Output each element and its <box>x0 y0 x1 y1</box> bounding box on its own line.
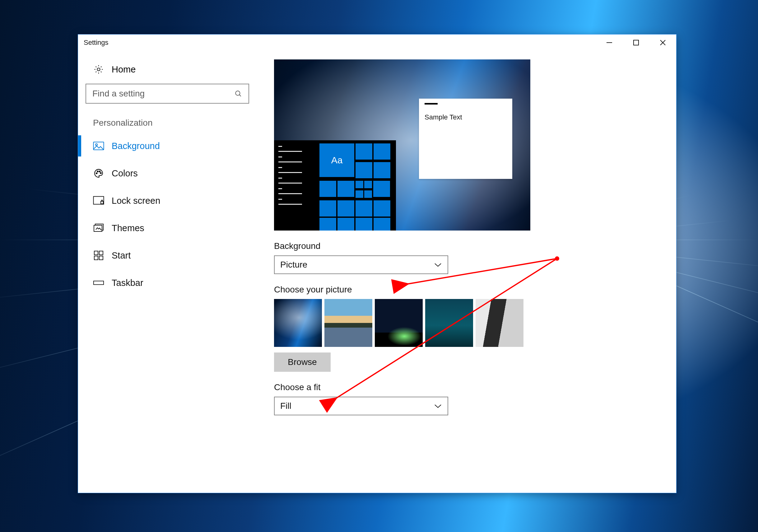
settings-window: Settings Home Find a setting <box>78 34 676 493</box>
chevron-down-icon <box>434 404 442 408</box>
sidebar-item-background[interactable]: Background <box>86 132 264 160</box>
maximize-icon <box>633 40 639 46</box>
taskbar-icon <box>93 277 104 288</box>
svg-rect-17 <box>99 251 103 255</box>
maximize-button[interactable] <box>623 35 649 51</box>
chevron-down-icon <box>434 262 442 267</box>
preview-sample-text: Sample Text <box>425 113 507 121</box>
minimize-icon <box>606 39 613 46</box>
svg-point-11 <box>99 171 100 172</box>
close-button[interactable] <box>649 35 676 51</box>
sidebar-item-label: Themes <box>112 223 144 233</box>
svg-rect-19 <box>99 256 103 260</box>
picture-thumb-5[interactable] <box>476 299 524 347</box>
svg-point-8 <box>95 144 97 146</box>
picture-thumbnails <box>274 299 658 347</box>
svg-rect-14 <box>101 201 103 204</box>
svg-point-10 <box>97 171 98 172</box>
preview-sample-window: Sample Text <box>419 99 512 179</box>
fit-label: Choose a fit <box>274 382 658 392</box>
picture-thumb-4[interactable] <box>425 299 473 347</box>
svg-rect-1 <box>634 40 638 45</box>
svg-point-21 <box>555 256 559 261</box>
fit-value: Fill <box>280 401 434 411</box>
background-label: Background <box>274 241 658 251</box>
sidebar-item-label: Start <box>112 250 131 261</box>
palette-icon <box>93 168 104 179</box>
home-label: Home <box>112 64 136 75</box>
svg-rect-20 <box>94 281 104 284</box>
sidebar-item-label: Background <box>112 141 160 151</box>
sidebar-category: Personalization <box>86 104 264 132</box>
fit-dropdown[interactable]: Fill <box>274 397 448 415</box>
svg-line-6 <box>239 94 241 96</box>
svg-point-12 <box>100 173 101 174</box>
svg-rect-16 <box>94 251 98 255</box>
window-title: Settings <box>84 39 109 47</box>
svg-rect-18 <box>94 256 98 260</box>
lockscreen-icon <box>93 195 104 206</box>
sidebar-item-themes[interactable]: Themes <box>86 214 264 242</box>
sidebar-item-lockscreen[interactable]: Lock screen <box>86 187 264 214</box>
desktop-preview: Aa <box>274 59 530 231</box>
picture-thumb-2[interactable] <box>325 299 372 347</box>
browse-button[interactable]: Browse <box>274 352 330 372</box>
svg-point-4 <box>97 68 100 71</box>
sidebar-item-label: Taskbar <box>112 278 143 288</box>
main-area: Aa <box>264 59 676 493</box>
preview-tile-aa: Aa <box>320 143 354 177</box>
sidebar-item-label: Lock screen <box>112 196 160 206</box>
sidebar-item-taskbar[interactable]: Taskbar <box>86 269 264 297</box>
search-icon <box>234 89 242 98</box>
home-button[interactable]: Home <box>86 59 264 84</box>
picture-thumb-1[interactable] <box>274 299 322 347</box>
picture-thumb-3[interactable] <box>375 299 423 347</box>
gear-icon <box>93 64 104 75</box>
background-value: Picture <box>280 260 434 270</box>
sidebar-item-label: Colors <box>112 168 138 179</box>
sidebar: Home Find a setting Personalization Back… <box>78 59 264 493</box>
choose-picture-label: Choose your picture <box>274 285 658 295</box>
titlebar[interactable]: Settings <box>78 35 676 51</box>
themes-icon <box>93 223 104 234</box>
background-dropdown[interactable]: Picture <box>274 255 448 274</box>
picture-icon <box>93 140 104 152</box>
browse-label: Browse <box>288 357 317 367</box>
sidebar-item-start[interactable]: Start <box>86 242 264 269</box>
svg-point-9 <box>96 173 97 174</box>
minimize-button[interactable] <box>596 35 623 51</box>
search-input[interactable]: Find a setting <box>86 84 249 104</box>
svg-point-5 <box>235 91 240 95</box>
sidebar-item-colors[interactable]: Colors <box>86 160 264 187</box>
search-placeholder: Find a setting <box>92 89 234 99</box>
start-icon <box>93 250 104 261</box>
close-icon <box>659 39 666 46</box>
